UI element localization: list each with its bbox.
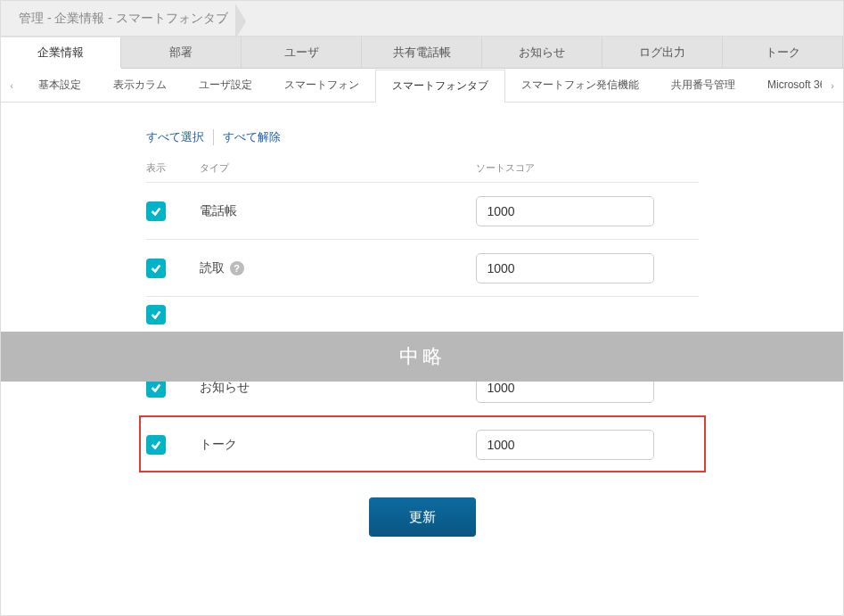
row-type-label: 電話帳	[200, 203, 476, 219]
omission-overlay: 中略	[1, 332, 843, 382]
sub-tab-スマートフォン発信機能[interactable]: スマートフォン発信機能	[505, 69, 655, 103]
sub-tab-基本設定[interactable]: 基本設定	[22, 69, 97, 103]
sub-tab-表示カラム[interactable]: 表示カラム	[97, 69, 183, 103]
content: すべて選択 すべて解除 表示 タイプ ソートスコア 電話帳読取? 中略	[1, 103, 843, 563]
primary-tab-トーク[interactable]: トーク	[723, 37, 843, 68]
scroll-right-icon[interactable]: ›	[822, 80, 843, 91]
sub-tab-スマートフォン[interactable]: スマートフォン	[268, 69, 375, 103]
col-header-show: 表示	[146, 161, 200, 175]
update-button[interactable]: 更新	[369, 497, 476, 537]
select-all-link[interactable]: すべて選択	[146, 129, 214, 145]
button-row: 更新	[146, 497, 699, 537]
col-header-type: タイプ	[200, 161, 476, 175]
primary-tab-お知らせ[interactable]: お知らせ	[482, 37, 602, 68]
select-links: すべて選択 すべて解除	[146, 129, 699, 145]
help-icon[interactable]: ?	[230, 261, 244, 275]
sub-tab-Microsoft 365設定[interactable]: Microsoft 365設定	[751, 69, 822, 103]
primary-tab-企業情報[interactable]: 企業情報	[1, 37, 121, 69]
table-row: トーク	[139, 415, 706, 472]
primary-tab-ログ出力[interactable]: ログ出力	[602, 37, 723, 68]
sort-score-input[interactable]	[476, 430, 654, 460]
sub-tab-ユーザ設定[interactable]: ユーザ設定	[183, 69, 268, 103]
table-row-partial-top	[146, 296, 699, 332]
omission-label: 中略	[399, 343, 446, 370]
sub-tab-共用番号管理[interactable]: 共用番号管理	[655, 69, 751, 103]
rows-top: 電話帳読取?	[146, 182, 699, 296]
primary-tab-ユーザ[interactable]: ユーザ	[242, 37, 362, 68]
sort-score-input[interactable]	[476, 196, 654, 226]
row-type-label: お知らせ	[200, 380, 476, 396]
header-bar: 管理 - 企業情報 - スマートフォンタブ	[1, 1, 843, 37]
primary-tabs: 企業情報部署ユーザ共有電話帳お知らせログ出力トーク	[1, 37, 843, 69]
sub-tabs-row: ‹ 基本設定表示カラムユーザ設定スマートフォンスマートフォンタブスマートフォン発…	[1, 69, 843, 103]
breadcrumb: 管理 - 企業情報 - スマートフォンタブ	[19, 11, 246, 27]
row-checkbox[interactable]	[146, 259, 166, 278]
table-row: 読取?	[146, 239, 699, 296]
column-headers: 表示 タイプ ソートスコア	[146, 161, 699, 182]
breadcrumb-text: 管理 - 企業情報 - スマートフォンタブ	[19, 11, 228, 27]
sub-tabs: 基本設定表示カラムユーザ設定スマートフォンスマートフォンタブスマートフォン発信機…	[22, 69, 822, 103]
table-row: 電話帳	[146, 182, 699, 239]
primary-tab-部署[interactable]: 部署	[121, 37, 242, 68]
col-header-score: ソートスコア	[476, 161, 699, 175]
row-checkbox[interactable]	[146, 435, 166, 455]
sub-tab-スマートフォンタブ[interactable]: スマートフォンタブ	[375, 70, 505, 103]
sort-score-input[interactable]	[476, 253, 654, 283]
deselect-all-link[interactable]: すべて解除	[214, 129, 290, 145]
scroll-left-icon[interactable]: ‹	[1, 80, 22, 91]
row-checkbox[interactable]	[146, 201, 166, 221]
primary-tab-共有電話帳[interactable]: 共有電話帳	[362, 37, 482, 68]
row-checkbox[interactable]	[146, 305, 166, 324]
row-type-label: 読取?	[200, 260, 476, 276]
row-type-label: トーク	[200, 437, 476, 453]
